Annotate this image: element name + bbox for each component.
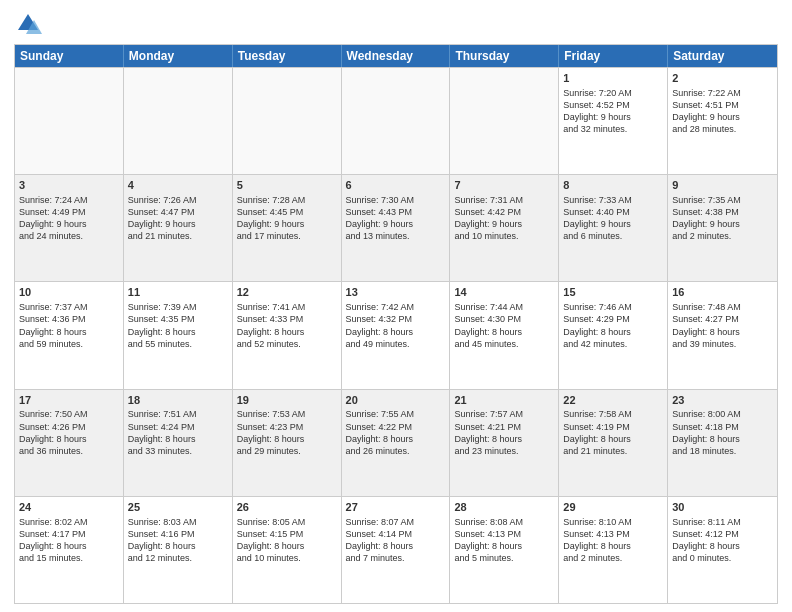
calendar-header: SundayMondayTuesdayWednesdayThursdayFrid…: [15, 45, 777, 67]
calendar-body: 1Sunrise: 7:20 AM Sunset: 4:52 PM Daylig…: [15, 67, 777, 603]
day-number: 29: [563, 500, 663, 515]
calendar-cell: 16Sunrise: 7:48 AM Sunset: 4:27 PM Dayli…: [668, 282, 777, 388]
calendar-cell: 22Sunrise: 7:58 AM Sunset: 4:19 PM Dayli…: [559, 390, 668, 496]
header-day-saturday: Saturday: [668, 45, 777, 67]
cell-info: Sunrise: 7:24 AM Sunset: 4:49 PM Dayligh…: [19, 194, 119, 243]
calendar-row-0: 1Sunrise: 7:20 AM Sunset: 4:52 PM Daylig…: [15, 67, 777, 174]
calendar-cell: [233, 68, 342, 174]
calendar-row-4: 24Sunrise: 8:02 AM Sunset: 4:17 PM Dayli…: [15, 496, 777, 603]
day-number: 28: [454, 500, 554, 515]
cell-info: Sunrise: 7:31 AM Sunset: 4:42 PM Dayligh…: [454, 194, 554, 243]
calendar-cell: 10Sunrise: 7:37 AM Sunset: 4:36 PM Dayli…: [15, 282, 124, 388]
day-number: 12: [237, 285, 337, 300]
cell-info: Sunrise: 8:07 AM Sunset: 4:14 PM Dayligh…: [346, 516, 446, 565]
header-day-tuesday: Tuesday: [233, 45, 342, 67]
calendar-row-1: 3Sunrise: 7:24 AM Sunset: 4:49 PM Daylig…: [15, 174, 777, 281]
day-number: 11: [128, 285, 228, 300]
day-number: 3: [19, 178, 119, 193]
calendar-cell: 4Sunrise: 7:26 AM Sunset: 4:47 PM Daylig…: [124, 175, 233, 281]
calendar-cell: [450, 68, 559, 174]
day-number: 1: [563, 71, 663, 86]
calendar-cell: 25Sunrise: 8:03 AM Sunset: 4:16 PM Dayli…: [124, 497, 233, 603]
calendar-cell: 6Sunrise: 7:30 AM Sunset: 4:43 PM Daylig…: [342, 175, 451, 281]
cell-info: Sunrise: 8:08 AM Sunset: 4:13 PM Dayligh…: [454, 516, 554, 565]
calendar-cell: 19Sunrise: 7:53 AM Sunset: 4:23 PM Dayli…: [233, 390, 342, 496]
calendar-cell: 3Sunrise: 7:24 AM Sunset: 4:49 PM Daylig…: [15, 175, 124, 281]
day-number: 10: [19, 285, 119, 300]
calendar-row-3: 17Sunrise: 7:50 AM Sunset: 4:26 PM Dayli…: [15, 389, 777, 496]
calendar-cell: 27Sunrise: 8:07 AM Sunset: 4:14 PM Dayli…: [342, 497, 451, 603]
cell-info: Sunrise: 7:57 AM Sunset: 4:21 PM Dayligh…: [454, 408, 554, 457]
cell-info: Sunrise: 7:50 AM Sunset: 4:26 PM Dayligh…: [19, 408, 119, 457]
calendar-cell: 11Sunrise: 7:39 AM Sunset: 4:35 PM Dayli…: [124, 282, 233, 388]
calendar-cell: 12Sunrise: 7:41 AM Sunset: 4:33 PM Dayli…: [233, 282, 342, 388]
header-day-sunday: Sunday: [15, 45, 124, 67]
logo: [14, 10, 46, 38]
calendar-cell: [15, 68, 124, 174]
calendar-cell: 15Sunrise: 7:46 AM Sunset: 4:29 PM Dayli…: [559, 282, 668, 388]
page: SundayMondayTuesdayWednesdayThursdayFrid…: [0, 0, 792, 612]
cell-info: Sunrise: 7:51 AM Sunset: 4:24 PM Dayligh…: [128, 408, 228, 457]
cell-info: Sunrise: 7:28 AM Sunset: 4:45 PM Dayligh…: [237, 194, 337, 243]
calendar-cell: 8Sunrise: 7:33 AM Sunset: 4:40 PM Daylig…: [559, 175, 668, 281]
day-number: 30: [672, 500, 773, 515]
calendar-row-2: 10Sunrise: 7:37 AM Sunset: 4:36 PM Dayli…: [15, 281, 777, 388]
calendar-cell: 26Sunrise: 8:05 AM Sunset: 4:15 PM Dayli…: [233, 497, 342, 603]
cell-info: Sunrise: 7:44 AM Sunset: 4:30 PM Dayligh…: [454, 301, 554, 350]
header: [14, 10, 778, 38]
calendar-cell: 29Sunrise: 8:10 AM Sunset: 4:13 PM Dayli…: [559, 497, 668, 603]
cell-info: Sunrise: 8:10 AM Sunset: 4:13 PM Dayligh…: [563, 516, 663, 565]
calendar-cell: [124, 68, 233, 174]
calendar-cell: 23Sunrise: 8:00 AM Sunset: 4:18 PM Dayli…: [668, 390, 777, 496]
cell-info: Sunrise: 7:58 AM Sunset: 4:19 PM Dayligh…: [563, 408, 663, 457]
day-number: 25: [128, 500, 228, 515]
day-number: 5: [237, 178, 337, 193]
day-number: 23: [672, 393, 773, 408]
cell-info: Sunrise: 7:35 AM Sunset: 4:38 PM Dayligh…: [672, 194, 773, 243]
cell-info: Sunrise: 7:42 AM Sunset: 4:32 PM Dayligh…: [346, 301, 446, 350]
calendar-cell: 28Sunrise: 8:08 AM Sunset: 4:13 PM Dayli…: [450, 497, 559, 603]
calendar-cell: 17Sunrise: 7:50 AM Sunset: 4:26 PM Dayli…: [15, 390, 124, 496]
header-day-monday: Monday: [124, 45, 233, 67]
calendar-cell: 7Sunrise: 7:31 AM Sunset: 4:42 PM Daylig…: [450, 175, 559, 281]
day-number: 21: [454, 393, 554, 408]
day-number: 24: [19, 500, 119, 515]
cell-info: Sunrise: 8:05 AM Sunset: 4:15 PM Dayligh…: [237, 516, 337, 565]
logo-icon: [14, 10, 42, 38]
day-number: 13: [346, 285, 446, 300]
day-number: 16: [672, 285, 773, 300]
calendar: SundayMondayTuesdayWednesdayThursdayFrid…: [14, 44, 778, 604]
day-number: 6: [346, 178, 446, 193]
header-day-friday: Friday: [559, 45, 668, 67]
day-number: 27: [346, 500, 446, 515]
day-number: 8: [563, 178, 663, 193]
day-number: 19: [237, 393, 337, 408]
day-number: 7: [454, 178, 554, 193]
calendar-cell: [342, 68, 451, 174]
calendar-cell: 13Sunrise: 7:42 AM Sunset: 4:32 PM Dayli…: [342, 282, 451, 388]
cell-info: Sunrise: 7:22 AM Sunset: 4:51 PM Dayligh…: [672, 87, 773, 136]
header-day-wednesday: Wednesday: [342, 45, 451, 67]
calendar-cell: 2Sunrise: 7:22 AM Sunset: 4:51 PM Daylig…: [668, 68, 777, 174]
calendar-cell: 18Sunrise: 7:51 AM Sunset: 4:24 PM Dayli…: [124, 390, 233, 496]
day-number: 9: [672, 178, 773, 193]
calendar-cell: 5Sunrise: 7:28 AM Sunset: 4:45 PM Daylig…: [233, 175, 342, 281]
day-number: 18: [128, 393, 228, 408]
day-number: 2: [672, 71, 773, 86]
calendar-cell: 24Sunrise: 8:02 AM Sunset: 4:17 PM Dayli…: [15, 497, 124, 603]
cell-info: Sunrise: 8:02 AM Sunset: 4:17 PM Dayligh…: [19, 516, 119, 565]
cell-info: Sunrise: 7:33 AM Sunset: 4:40 PM Dayligh…: [563, 194, 663, 243]
cell-info: Sunrise: 8:00 AM Sunset: 4:18 PM Dayligh…: [672, 408, 773, 457]
day-number: 26: [237, 500, 337, 515]
cell-info: Sunrise: 7:37 AM Sunset: 4:36 PM Dayligh…: [19, 301, 119, 350]
day-number: 4: [128, 178, 228, 193]
calendar-cell: 21Sunrise: 7:57 AM Sunset: 4:21 PM Dayli…: [450, 390, 559, 496]
calendar-cell: 9Sunrise: 7:35 AM Sunset: 4:38 PM Daylig…: [668, 175, 777, 281]
day-number: 22: [563, 393, 663, 408]
cell-info: Sunrise: 7:30 AM Sunset: 4:43 PM Dayligh…: [346, 194, 446, 243]
calendar-cell: 30Sunrise: 8:11 AM Sunset: 4:12 PM Dayli…: [668, 497, 777, 603]
cell-info: Sunrise: 8:03 AM Sunset: 4:16 PM Dayligh…: [128, 516, 228, 565]
day-number: 14: [454, 285, 554, 300]
calendar-cell: 20Sunrise: 7:55 AM Sunset: 4:22 PM Dayli…: [342, 390, 451, 496]
calendar-cell: 14Sunrise: 7:44 AM Sunset: 4:30 PM Dayli…: [450, 282, 559, 388]
